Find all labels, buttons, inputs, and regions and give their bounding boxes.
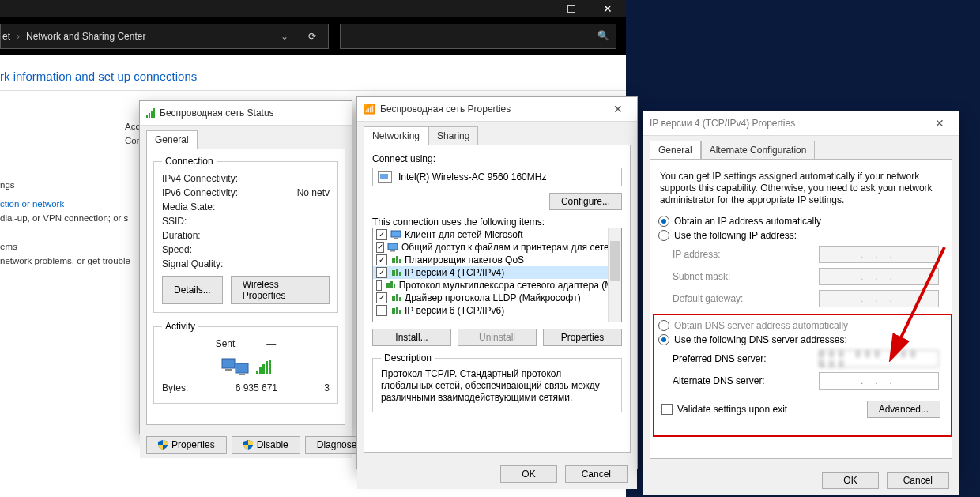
svg-rect-19 xyxy=(399,297,401,301)
breadcrumb-segment[interactable]: Network and Sharing Center xyxy=(24,31,147,42)
validate-checkbox[interactable]: Validate settings upon exit xyxy=(662,402,787,416)
protocol-list-item[interactable]: Общий доступ к файлам и принтерам для се… xyxy=(373,241,621,254)
close-button[interactable]: ✕ xyxy=(605,97,631,121)
ok-button[interactable]: OK xyxy=(822,472,878,489)
wifi-icon: 📶 xyxy=(364,104,375,115)
checkbox-icon[interactable] xyxy=(376,292,387,303)
preferred-dns-field[interactable]: 000 000 000 000 xyxy=(819,350,939,367)
svg-rect-3 xyxy=(239,374,245,375)
group-legend: Connection xyxy=(162,156,217,167)
protocol-list-item[interactable]: Протокол мультиплексора сетевого адаптер… xyxy=(373,279,621,292)
breadcrumb-segment[interactable]: et xyxy=(1,31,12,42)
protocol-list-item[interactable]: Клиент для сетей Microsoft xyxy=(373,228,621,241)
radio-icon xyxy=(658,320,669,331)
minimize-icon xyxy=(531,9,539,9)
maximize-button[interactable] xyxy=(553,0,590,17)
install-button[interactable]: Install... xyxy=(372,329,451,346)
details-button[interactable]: Details... xyxy=(162,276,223,304)
dialog-title: Беспроводная сеть Properties xyxy=(380,104,511,115)
radio-obtain-ip-auto[interactable]: Obtain an IP address automatically xyxy=(658,214,944,228)
adapter-properties-dialog: 📶 Беспроводная сеть Properties ✕ Network… xyxy=(356,96,638,469)
tab-general[interactable]: General xyxy=(650,141,701,159)
ipv4-description: You can get IP settings assigned automat… xyxy=(658,168,944,214)
cancel-button[interactable]: Cancel xyxy=(887,472,949,489)
adapter-display: Intel(R) Wireless-AC 9560 160MHz xyxy=(372,168,622,186)
alternate-dns-field[interactable]: . . . xyxy=(819,372,939,390)
checkbox-icon[interactable] xyxy=(376,242,384,253)
radio-use-ip[interactable]: Use the following IP address: xyxy=(658,228,944,243)
tab-sharing[interactable]: Sharing xyxy=(428,126,478,145)
signal-quality-label: Signal Quality: xyxy=(162,258,265,269)
svg-rect-10 xyxy=(399,259,401,263)
link-new-connection[interactable]: ction or network xyxy=(0,197,158,211)
protocol-list-item[interactable]: IP версии 4 (TCP/IPv4) xyxy=(373,266,621,279)
radio-icon xyxy=(658,334,669,345)
tab-alternate-config[interactable]: Alternate Configuration xyxy=(701,141,816,159)
dialog-footer: OK Cancel xyxy=(357,459,637,489)
preferred-dns-label: Preferred DNS server: xyxy=(673,353,799,364)
cancel-button[interactable]: Cancel xyxy=(565,465,628,483)
advanced-button[interactable]: Advanced... xyxy=(867,401,940,418)
group-legend: Activity xyxy=(162,321,198,332)
group-connection: Connection IPv4 Connectivity: IPv6 Conne… xyxy=(153,156,338,313)
radio-icon xyxy=(658,230,669,241)
dialog-titlebar[interactable]: Беспроводная сеть Status xyxy=(140,101,352,126)
svg-rect-21 xyxy=(396,307,398,314)
dialog-titlebar[interactable]: 📶 Беспроводная сеть Properties ✕ xyxy=(357,97,637,122)
checkbox-icon[interactable] xyxy=(376,280,382,291)
protocol-icon xyxy=(385,281,396,290)
checkbox-icon[interactable] xyxy=(376,267,387,278)
dialog-body: Connection IPv4 Connectivity: IPv6 Conne… xyxy=(146,149,345,425)
link-description: network problems, or get trouble xyxy=(0,254,158,268)
wireless-properties-button[interactable]: Wireless Properties xyxy=(231,276,330,304)
protocol-label: Драйвер протокола LLDP (Майкрософт) xyxy=(405,292,581,303)
minimize-button[interactable] xyxy=(517,0,553,17)
svg-rect-14 xyxy=(386,283,390,288)
svg-rect-15 xyxy=(390,281,393,288)
checkbox-icon[interactable] xyxy=(376,305,387,316)
address-dropdown[interactable]: ⌄ xyxy=(273,24,296,48)
search-input[interactable]: 🔍 xyxy=(340,24,616,49)
close-button[interactable]: ✕ xyxy=(590,0,626,17)
address-bar-row: et › Network and Sharing Center ⌄ ⟳ 🔍 xyxy=(0,24,626,49)
checkbox-icon[interactable] xyxy=(376,254,387,265)
disable-button[interactable]: Disable xyxy=(232,436,300,454)
page-heading: rk information and set up connections xyxy=(0,70,197,83)
tab-networking[interactable]: Networking xyxy=(364,126,428,145)
description-text: Протокол TCP/IP. Стандартный протокол гл… xyxy=(381,368,613,404)
item-properties-button[interactable]: Properties xyxy=(543,329,622,346)
uninstall-button[interactable]: Uninstall xyxy=(458,329,537,346)
scroll-thumb[interactable] xyxy=(610,241,620,281)
checkbox-icon[interactable] xyxy=(376,229,387,240)
svg-rect-8 xyxy=(392,258,395,263)
protocol-list[interactable]: Клиент для сетей MicrosoftОбщий доступ к… xyxy=(372,228,622,322)
protocol-label: Протокол мультиплексора сетевого адаптер… xyxy=(399,280,618,291)
configure-button[interactable]: Configure... xyxy=(549,193,622,210)
svg-rect-11 xyxy=(392,270,395,276)
address-bar[interactable]: et › Network and Sharing Center ⌄ ⟳ xyxy=(0,24,329,49)
tab-strip: General Alternate Configuration xyxy=(643,136,959,159)
section-heading: ems xyxy=(0,239,158,254)
tab-general[interactable]: General xyxy=(146,130,198,149)
svg-rect-17 xyxy=(392,296,395,301)
radio-use-dns[interactable]: Use the following DNS server addresses: xyxy=(658,333,944,347)
properties-button[interactable]: Properties xyxy=(146,436,227,454)
svg-rect-16 xyxy=(394,284,395,288)
protocol-list-item[interactable]: IP версии 6 (TCP/IPv6) xyxy=(373,304,621,317)
protocol-icon xyxy=(390,255,401,265)
radio-obtain-dns-auto[interactable]: Obtain DNS server address automatically xyxy=(658,318,944,333)
dialog-footer: OK Cancel xyxy=(643,465,959,495)
scrollbar[interactable] xyxy=(608,228,621,322)
subnet-mask-field: . . . xyxy=(819,268,939,285)
protocol-list-item[interactable]: Драйвер протокола LLDP (Майкрософт) xyxy=(373,292,621,304)
refresh-button[interactable]: ⟳ xyxy=(301,24,323,48)
group-legend: Description xyxy=(381,352,435,363)
svg-rect-0 xyxy=(222,359,235,368)
protocol-list-item[interactable]: Планировщик пакетов QoS xyxy=(373,254,621,266)
close-button[interactable]: ✕ xyxy=(927,111,952,135)
dialog-titlebar[interactable]: IP версии 4 (TCP/IPv4) Properties ✕ xyxy=(643,111,959,136)
radio-icon xyxy=(658,216,669,227)
protocol-icon xyxy=(390,306,401,315)
ok-button[interactable]: OK xyxy=(500,465,556,483)
protocol-label: Клиент для сетей Microsoft xyxy=(405,229,523,240)
